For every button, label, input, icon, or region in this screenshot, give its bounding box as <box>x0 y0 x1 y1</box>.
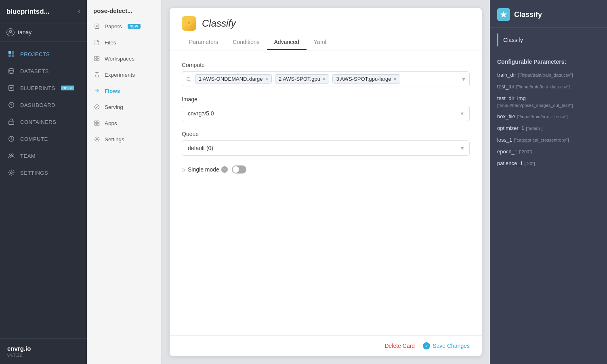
papers-label: Papers <box>105 23 122 29</box>
right-panel-classify-section: Classify <box>490 28 607 52</box>
sidebar-item-blueprints[interactable]: BLUEPRINTS BETA <box>0 79 87 96</box>
compute-tag-2-label: 2 AWS-SPOT.gpu <box>279 76 320 82</box>
image-label: Image <box>182 96 470 103</box>
settings-icon <box>7 169 15 177</box>
svg-rect-23 <box>97 123 99 126</box>
footer-brand: cnvrg.io <box>7 345 80 352</box>
project-nav-papers[interactable]: Papers NEW <box>87 18 161 34</box>
project-nav: Papers NEW Files Workspaces Experiments <box>87 18 161 364</box>
footer-version: v4.7.32 <box>7 353 80 358</box>
tab-parameters[interactable]: Parameters <box>182 35 225 50</box>
workspaces-icon <box>93 55 101 62</box>
sidebar-item-team[interactable]: TEAM <box>0 147 87 164</box>
sidebar-username: tanay. <box>18 29 33 36</box>
param-epoch-1: epoch_1 ["200"] <box>490 146 607 157</box>
image-value: cnvrg:v5.0 <box>188 110 214 117</box>
files-label: Files <box>105 40 116 46</box>
save-changes-button[interactable]: ✓ Save Changes <box>423 342 470 349</box>
project-nav-files[interactable]: Files <box>87 34 161 50</box>
classify-modal-icon <box>182 16 196 31</box>
experiments-icon <box>93 71 101 78</box>
compute-dropdown-arrow[interactable]: ▾ <box>462 75 465 83</box>
compute-tag-3-remove[interactable]: × <box>394 76 397 82</box>
main-content: Classify Parameters Conditions Advanced … <box>162 0 490 364</box>
sidebar-item-projects-label: PROJECTS <box>20 51 50 57</box>
files-icon <box>93 39 101 46</box>
dashboard-icon <box>7 101 15 109</box>
compute-label: Compute <box>182 62 470 68</box>
queue-select[interactable]: default (0) ▾ <box>182 140 470 156</box>
modal-header-row: Classify <box>170 8 482 31</box>
modal-tabs: Parameters Conditions Advanced Yaml <box>170 35 482 50</box>
user-icon <box>6 28 15 36</box>
project-nav-serving[interactable]: Serving <box>87 99 161 115</box>
compute-icon <box>7 135 15 143</box>
classify-link[interactable]: Classify <box>497 33 600 46</box>
sidebar-item-dashboard-label: DASHBOARD <box>20 102 55 108</box>
sidebar-item-datasets[interactable]: DATASETS <box>0 63 87 79</box>
compute-tag-3: 3 AWS-SPOT.gpu-large × <box>332 74 400 84</box>
sidebar-collapse-button[interactable]: ‹ <box>78 7 80 16</box>
project-settings-label: Settings <box>105 136 124 142</box>
delete-card-button[interactable]: Delete Card <box>384 343 415 349</box>
sidebar-item-compute[interactable]: COMPUTE <box>0 130 87 147</box>
project-nav-experiments[interactable]: Experiments <box>87 67 161 83</box>
project-nav-flows[interactable]: Flows <box>87 83 161 99</box>
team-icon <box>7 152 15 160</box>
sidebar-item-containers[interactable]: CONTAINERS <box>0 113 87 130</box>
tab-advanced[interactable]: Advanced <box>267 35 307 50</box>
project-nav-workspaces[interactable]: Workspaces <box>87 50 161 67</box>
svg-rect-9 <box>9 121 14 124</box>
project-nav-settings[interactable]: Settings <box>87 131 161 147</box>
svg-rect-1 <box>8 51 11 54</box>
sidebar-item-containers-label: CONTAINERS <box>20 119 56 125</box>
compute-tag-1-label: 1 AWS-ONDEMAND.xlarge <box>199 76 263 82</box>
single-mode-toggle[interactable] <box>232 165 246 174</box>
param-box-file-name: box_file <box>497 113 515 119</box>
tab-yaml[interactable]: Yaml <box>307 35 334 50</box>
sidebar-nav: PROJECTS DATASETS BLUEPRINTS BETA DASHBO… <box>0 42 87 338</box>
sidebar-item-projects[interactable]: PROJECTS <box>0 46 87 63</box>
sidebar-item-team-label: TEAM <box>20 153 36 159</box>
param-train-dir: train_dir ["/input/train/train_data.csv"… <box>490 69 607 81</box>
papers-icon <box>93 23 101 30</box>
modal-body: Compute 1 AWS-ONDEMAND.xlarge × 2 AWS-SP… <box>170 50 482 335</box>
single-mode-label-wrap: ▷ Single mode ? <box>182 166 228 173</box>
sidebar-item-dashboard[interactable]: DASHBOARD <box>0 96 87 113</box>
compute-input[interactable]: 1 AWS-ONDEMAND.xlarge × 2 AWS-SPOT.gpu ×… <box>182 71 470 86</box>
blueprints-icon <box>7 84 15 92</box>
flows-label: Flows <box>105 88 120 94</box>
apps-icon <box>93 119 101 127</box>
blueprints-beta-badge: BETA <box>61 86 74 90</box>
queue-label: Queue <box>182 131 470 137</box>
single-mode-help-icon[interactable]: ? <box>221 166 228 173</box>
svg-rect-17 <box>95 59 97 61</box>
save-check-icon: ✓ <box>423 342 430 349</box>
svg-rect-20 <box>95 121 97 123</box>
tab-conditions[interactable]: Conditions <box>225 35 267 50</box>
svg-point-26 <box>187 77 190 80</box>
svg-point-25 <box>188 21 190 24</box>
compute-tag-3-label: 3 AWS-SPOT.gpu-large <box>336 76 391 82</box>
svg-rect-21 <box>97 121 99 123</box>
compute-tag-1-remove[interactable]: × <box>265 76 268 82</box>
svg-point-24 <box>96 138 97 140</box>
sidebar-item-settings[interactable]: SETTINGS <box>0 164 87 181</box>
image-select[interactable]: cnvrg:v5.0 ▾ <box>182 106 470 121</box>
param-test-dir-img: test_dir_img ["/input/train/poses_images… <box>490 92 607 111</box>
project-sidebar: pose-detect... Papers NEW Files Workspac… <box>87 0 162 364</box>
project-nav-apps[interactable]: Apps <box>87 115 161 131</box>
svg-rect-14 <box>95 24 99 28</box>
queue-section: Queue default (0) ▾ <box>182 131 470 156</box>
sidebar-item-compute-label: COMPUTE <box>20 136 48 142</box>
right-panel-icon <box>497 8 510 21</box>
compute-tag-2-remove[interactable]: × <box>323 76 326 82</box>
image-select-arrow: ▾ <box>461 110 464 117</box>
param-test-dir-img-name: test_dir_img <box>497 95 526 101</box>
param-loss-1: loss_1 ["categorical_crossentropy"] <box>490 134 607 146</box>
param-box-file-value: ["/input/train/box_file.csv"] <box>517 114 568 119</box>
param-test-dir-value: ["/input/train/test_data.csv"] <box>516 84 570 89</box>
right-panel-params-label: Configurable Parameters: <box>490 52 607 69</box>
svg-rect-22 <box>95 123 97 126</box>
sidebar-item-settings-label: SETTINGS <box>20 170 48 176</box>
